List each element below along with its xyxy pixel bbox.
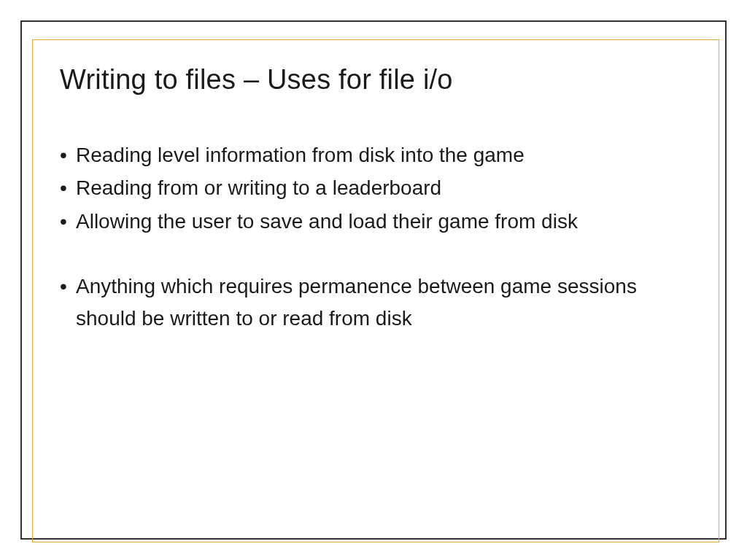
bullet-item: Allowing the user to save and load their… xyxy=(60,206,687,237)
slide-title: Writing to files – Uses for file i/o xyxy=(60,64,687,96)
bullet-item: Anything which requires permanence betwe… xyxy=(60,271,687,334)
bullet-spacer xyxy=(60,238,687,271)
bullet-list: Reading level information from disk into… xyxy=(60,139,687,334)
bullet-item: Reading level information from disk into… xyxy=(60,139,687,171)
slide-content: Writing to files – Uses for file i/o Rea… xyxy=(60,64,687,516)
bullet-item: Reading from or writing to a leaderboard xyxy=(60,172,687,203)
